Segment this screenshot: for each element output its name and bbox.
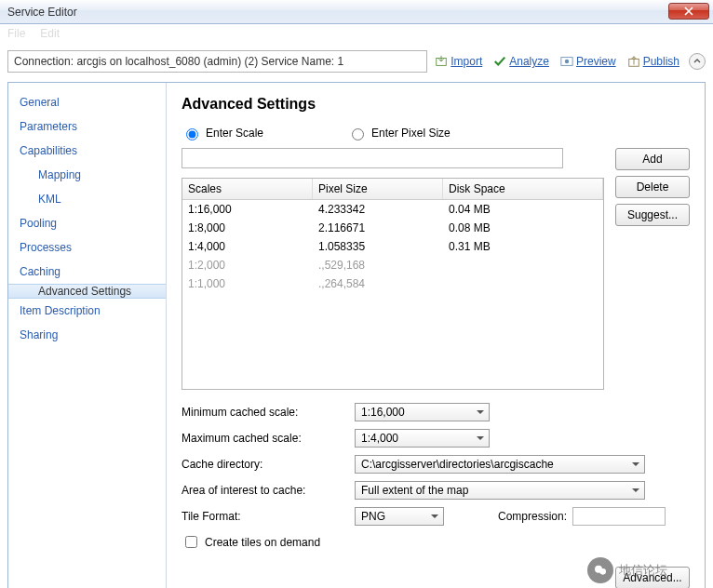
content-panel: Advanced Settings Enter Scale Enter Pixe… (167, 83, 705, 588)
delete-button[interactable]: Delete (615, 176, 690, 198)
sidebar-item-parameters[interactable]: Parameters (8, 114, 166, 139)
column-scales[interactable]: Scales (182, 179, 313, 199)
label-create-tiles: Create tiles on demand (205, 536, 320, 549)
preview-icon (560, 55, 573, 68)
add-button[interactable]: Add (615, 148, 690, 170)
import-icon (435, 55, 448, 68)
preview-link[interactable]: Preview (557, 55, 620, 68)
min-scale-select[interactable]: 1:16,000 (355, 403, 490, 421)
cache-dir-select[interactable]: C:\arcgisserver\directories\arcgiscache (355, 455, 645, 474)
create-tiles-checkbox[interactable] (185, 536, 197, 548)
compression-input[interactable] (572, 507, 666, 526)
sidebar-item-caching[interactable]: Caching (8, 260, 166, 284)
svg-point-2 (565, 60, 569, 63)
table-row[interactable]: 1:4,0001.0583350.31 MB (182, 237, 603, 256)
svg-point-4 (595, 566, 602, 573)
collapse-button[interactable] (689, 53, 706, 70)
analyze-link[interactable]: Analyze (490, 55, 553, 68)
publish-icon (627, 55, 640, 68)
table-row[interactable]: 1:16,0004.2333420.04 MB (182, 200, 603, 219)
sidebar-item-item-description[interactable]: Item Description (8, 299, 166, 323)
sidebar-item-processes[interactable]: Processes (8, 235, 166, 260)
aoi-select[interactable]: Full extent of the map (355, 481, 645, 500)
table-row[interactable]: 1:2,000.,529,168 (182, 256, 603, 274)
sidebar-item-capabilities[interactable]: Capabilities (8, 139, 166, 163)
check-icon (493, 55, 506, 68)
table-row[interactable]: 1:1,000.,264,584 (182, 274, 603, 293)
connection-field[interactable]: Connection: arcgis on localhost_6080 (ad… (7, 50, 427, 73)
label-max-scale: Maximum cached scale: (182, 432, 355, 445)
label-compression: Compression: (498, 510, 567, 523)
sidebar-item-kml[interactable]: KML (8, 187, 166, 211)
advanced-button[interactable]: Advanced... (615, 567, 690, 588)
wechat-icon (587, 557, 613, 583)
radio-enter-scale[interactable]: Enter Scale (182, 126, 263, 140)
label-aoi: Area of interest to cache: (182, 484, 355, 497)
label-tile-format: Tile Format: (182, 510, 355, 523)
close-button[interactable] (668, 3, 709, 20)
scales-table[interactable]: Scales Pixel Size Disk Space 1:16,0004.2… (182, 178, 604, 390)
publish-link[interactable]: Publish (624, 55, 683, 68)
sidebar: General Parameters Capabilities Mapping … (8, 83, 167, 588)
radio-enter-pixel[interactable]: Enter Pixel Size (347, 126, 451, 140)
suggest-button[interactable]: Suggest... (615, 204, 690, 226)
page-heading: Advanced Settings (182, 96, 690, 113)
column-disk[interactable]: Disk Space (443, 179, 603, 199)
svg-point-5 (599, 568, 606, 575)
column-pixel[interactable]: Pixel Size (313, 179, 443, 199)
max-scale-select[interactable]: 1:4,000 (355, 429, 490, 448)
import-link[interactable]: Import (431, 55, 486, 68)
sidebar-item-general[interactable]: General (8, 90, 166, 114)
toolbar: Connection: arcgis on localhost_6080 (ad… (7, 47, 706, 76)
sidebar-item-pooling[interactable]: Pooling (8, 211, 166, 235)
label-min-scale: Minimum cached scale: (182, 406, 355, 419)
scale-input[interactable] (182, 148, 563, 168)
tile-format-select[interactable]: PNG (355, 507, 444, 526)
sidebar-item-advanced-settings[interactable]: Advanced Settings (8, 284, 166, 299)
table-row[interactable]: 1:8,0002.1166710.08 MB (182, 219, 603, 237)
menu-bar: FileEdit (0, 24, 713, 43)
sidebar-item-mapping[interactable]: Mapping (8, 163, 166, 187)
sidebar-item-sharing[interactable]: Sharing (8, 323, 166, 347)
title-bar: Service Editor (0, 0, 713, 24)
window-title: Service Editor (4, 6, 668, 19)
label-cache-dir: Cache directory: (182, 458, 355, 471)
